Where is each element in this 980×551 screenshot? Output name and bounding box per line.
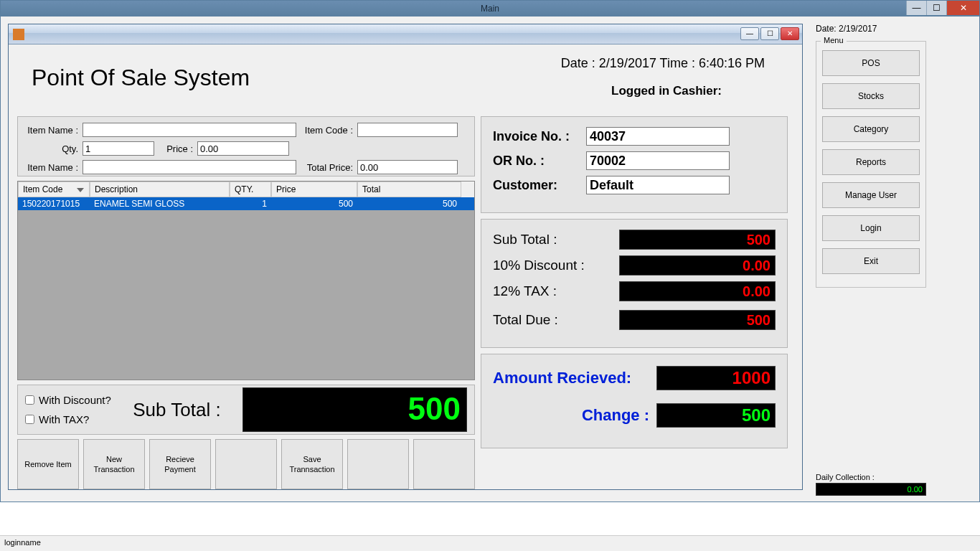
minimize-button[interactable]: — [906,1,926,15]
totals-discount-label: 10% Discount : [493,258,585,273]
col-header-code[interactable]: Item Code [18,182,90,197]
tax-checkbox[interactable] [25,415,34,424]
subtotal-display: 500 [242,387,467,432]
payment-panel: Amount Recieved: 1000 Change : 500 [481,354,788,448]
checkbox-group: With Discount? With TAX? [25,394,111,425]
pos-header: Point Of Sale System Date : 2/19/2017 Ti… [17,52,793,116]
total-price-label: Total Price: [296,162,357,173]
datetime-display: Date : 2/19/2017 Time : 6:40:16 PM [561,52,793,71]
totals-tax-value: 0.00 [619,281,776,301]
col-header-qty[interactable]: QTY. [230,182,271,197]
col-header-total[interactable]: Total [357,182,461,197]
totals-subtotal-value: 500 [619,230,776,250]
maximize-button[interactable]: ☐ [926,1,946,15]
amount-received-value: 1000 [656,366,776,390]
date-label: Date : [561,56,599,70]
grid-header-row: Item Code Description QTY. Price Total [18,182,474,197]
cell-total: 500 [357,197,461,210]
daily-collection: Daily Collection : 0.00 [816,473,926,496]
totals-subtotal-label: Sub Total : [493,232,557,248]
col-header-desc[interactable]: Description [90,182,230,197]
cell-desc: ENAMEL SEMI GLOSS [90,197,230,210]
save-transaction-button[interactable]: Save Trannsaction [281,439,343,489]
pos-window-controls: — ☐ ✕ [740,27,799,40]
main-titlebar[interactable]: Main — ☐ ✕ [1,1,979,17]
item-name2-input[interactable] [83,160,296,174]
pos-titlebar[interactable]: — ☐ ✕ [9,24,802,44]
item-name2-label: Item Name : [25,162,83,173]
action-button-4[interactable] [215,439,277,489]
entry-panel: Item Name : Item Code : Qty. Price : [17,116,475,176]
amount-received-label: Amount Recieved: [493,369,631,387]
totals-due-label: Total Due : [493,312,558,328]
menu-exit-button[interactable]: Exit [822,248,920,274]
table-row[interactable]: 150220171015 ENAMEL SEMI GLOSS 1 500 500 [18,197,474,210]
total-price-input[interactable] [357,160,458,174]
menu-manage-user-button[interactable]: Manage User [822,182,920,208]
customer-input[interactable] [586,176,730,194]
date-value: 2/19/2017 [599,56,656,70]
status-loginname: loginname [4,538,41,547]
window-controls: — ☐ ✕ [906,1,979,15]
totals-due-value: 500 [619,310,776,330]
discount-checkbox[interactable] [25,395,34,405]
action-button-row: Remove Item New Transaction Recieve Paym… [17,439,475,489]
price-label: Price : [154,143,197,154]
action-button-7[interactable] [413,439,475,489]
item-name-input[interactable] [83,123,296,137]
invoice-panel: Invoice No. : OR No. : Customer: [481,116,788,213]
with-tax-check[interactable]: With TAX? [25,413,111,425]
change-value: 500 [656,403,776,428]
time-value: 6:40:16 PM [699,56,765,70]
invoice-no-label: Invoice No. : [493,129,586,144]
close-button[interactable]: ✕ [946,1,979,15]
left-column: Item Name : Item Code : Qty. Price : [17,116,475,489]
subtotal-panel: With Discount? With TAX? Sub Total : 500 [17,385,475,435]
totals-tax-label: 12% TAX : [493,283,557,299]
cell-qty: 1 [230,197,271,210]
action-button-6[interactable] [347,439,409,489]
customer-label: Customer: [493,178,586,193]
col-header-price[interactable]: Price [271,182,357,197]
pos-body: Point Of Sale System Date : 2/19/2017 Ti… [9,44,802,489]
sidebar: Date: 2/19/2017 Menu POS Stocks Category… [810,17,932,501]
cell-price: 500 [271,197,357,210]
qty-label: Qty. [25,143,83,154]
columns: Item Name : Item Code : Qty. Price : [17,116,793,489]
page-title: Point Of Sale System [17,52,250,91]
menu-category-button[interactable]: Category [822,116,920,142]
item-code-input[interactable] [357,123,458,137]
menu-stocks-button[interactable]: Stocks [822,83,920,109]
price-input[interactable] [197,141,289,156]
pos-window: — ☐ ✕ Point Of Sale System Date : 2/19/2… [8,24,803,490]
item-name-label: Item Name : [25,125,83,136]
item-code-label: Item Code : [296,125,357,136]
invoice-no-input[interactable] [586,127,730,146]
menu-login-button[interactable]: Login [822,215,920,241]
with-discount-check[interactable]: With Discount? [25,394,111,406]
right-column: Invoice No. : OR No. : Customer: [481,116,788,489]
qty-input[interactable] [83,141,154,156]
menu-pos-button[interactable]: POS [822,50,920,76]
items-grid[interactable]: Item Code Description QTY. Price Total 1… [17,181,475,380]
new-transaction-button[interactable]: New Transaction [83,439,145,489]
totals-panel: Sub Total : 500 10% Discount : 0.00 12% … [481,219,788,348]
totals-discount-value: 0.00 [619,255,776,276]
pos-maximize-button[interactable]: ☐ [760,27,779,40]
or-no-input[interactable] [586,151,730,170]
app-icon [13,29,24,40]
receive-payment-button[interactable]: Recieve Payment [149,439,211,489]
menu-reports-button[interactable]: Reports [822,149,920,175]
main-title: Main [481,4,499,14]
menu-group: Menu POS Stocks Category Reports Manage … [816,41,926,288]
or-no-label: OR No. : [493,154,586,169]
remove-item-button[interactable]: Remove Item [17,439,79,489]
status-bar: loginname [0,535,980,551]
main-window: Main — ☐ ✕ — ☐ ✕ Point Of Sale System [0,0,980,502]
sidebar-date: Date: 2/19/2017 [816,24,926,34]
daily-collection-value: 0.00 [816,483,926,496]
sort-icon [77,188,84,192]
pos-minimize-button[interactable]: — [740,27,759,40]
pos-close-button[interactable]: ✕ [781,27,799,40]
time-label: Time : [656,56,699,70]
